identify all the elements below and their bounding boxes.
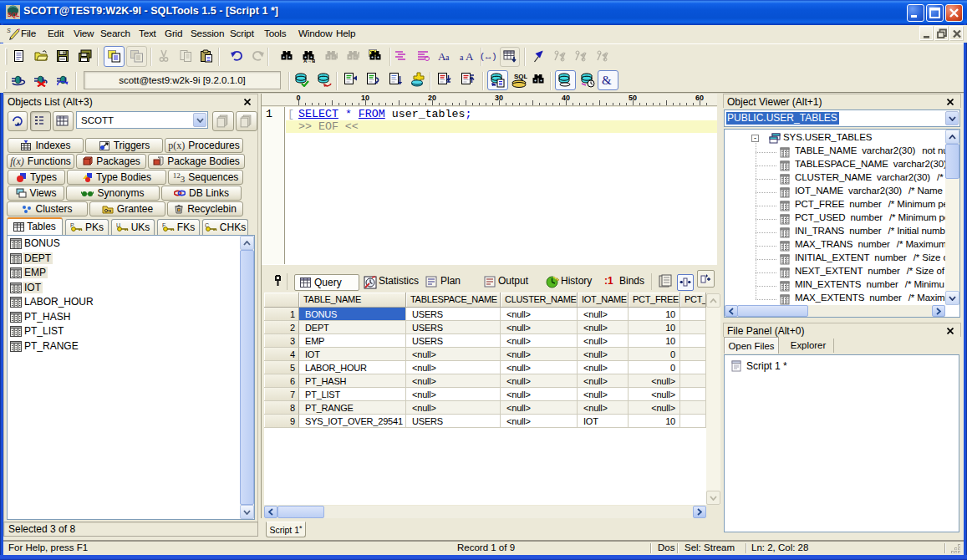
svg-text:(↔): (↔) xyxy=(481,51,496,61)
svg-text:SQL: SQL xyxy=(8,12,20,18)
svg-text:A: A xyxy=(466,50,474,63)
svg-text:SQL: SQL xyxy=(514,73,527,80)
svg-text:a: a xyxy=(460,53,464,62)
svg-text:S: S xyxy=(7,28,11,33)
svg-text:a: a xyxy=(445,53,450,62)
svg-text:&: & xyxy=(602,74,612,87)
svg-text:A→B: A→B xyxy=(303,59,315,63)
